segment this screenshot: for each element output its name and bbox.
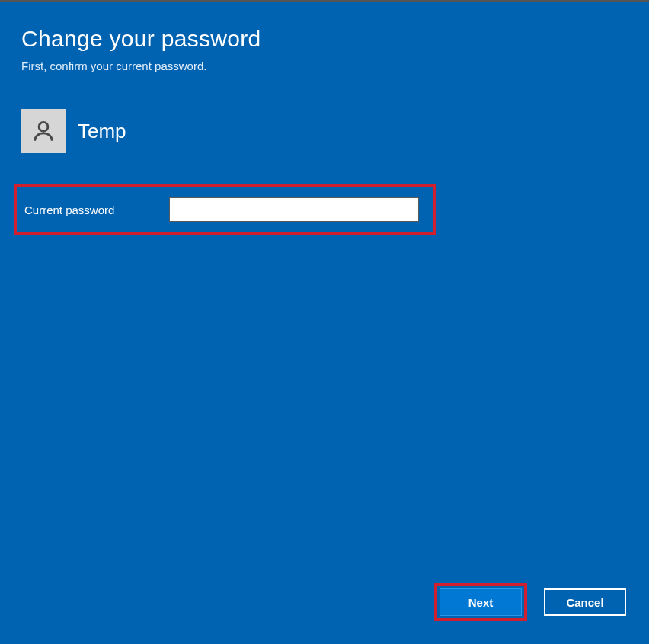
- current-password-input[interactable]: [169, 197, 419, 222]
- button-bar: Next Cancel: [434, 583, 626, 621]
- page-title: Change your password: [21, 26, 628, 52]
- current-password-label: Current password: [24, 203, 169, 216]
- username: Temp: [78, 120, 126, 143]
- next-button[interactable]: Next: [440, 588, 522, 616]
- user-icon: [30, 118, 56, 144]
- avatar: [21, 109, 66, 153]
- cancel-button[interactable]: Cancel: [544, 588, 626, 616]
- page-subtitle: First, confirm your current password.: [21, 59, 628, 72]
- user-info: Temp: [21, 109, 628, 153]
- svg-point-0: [39, 122, 48, 131]
- next-button-highlight: Next: [434, 583, 527, 621]
- password-field-highlight: Current password: [14, 184, 436, 235]
